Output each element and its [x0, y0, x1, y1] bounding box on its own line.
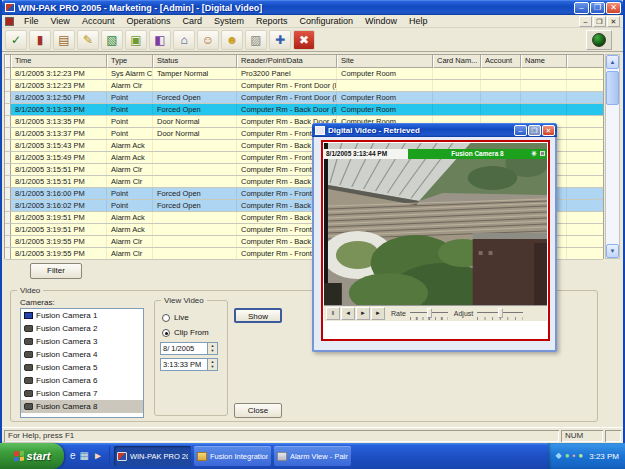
panel-icon[interactable]: ▮: [29, 30, 51, 50]
video-frame: 8/1/2005 3:13:44 PM Fusion Camera 8 ✳ ‖◄…: [321, 140, 550, 341]
grid-scrollbar[interactable]: ▲ ▼: [605, 54, 620, 259]
scroll-thumb[interactable]: [606, 71, 619, 105]
col-status[interactable]: Status: [153, 55, 237, 68]
camera-list-item[interactable]: Fusion Camera 7: [21, 387, 143, 400]
rate-label: Rate: [391, 310, 406, 317]
scroll-down-icon[interactable]: ▼: [606, 244, 619, 258]
cardholder-icon[interactable]: ☻: [221, 30, 243, 50]
alarm-view-icon[interactable]: ✓: [5, 30, 27, 50]
media-player-icon[interactable]: ►: [93, 451, 103, 461]
scroll-up-icon[interactable]: ▲: [606, 55, 619, 69]
camera-list-item[interactable]: Fusion Camera 1: [21, 309, 143, 322]
camera-list-item[interactable]: Fusion Camera 6: [21, 374, 143, 387]
table-row[interactable]: 8/1/2005 3:12:23 PM Sys Alarm Clr Tamper…: [5, 68, 603, 80]
col-type[interactable]: Type: [107, 55, 153, 68]
menu-item[interactable]: Reports: [250, 15, 294, 27]
clip-time-spinner[interactable]: 3:13:33 PM ▲▼: [160, 358, 218, 371]
start-button[interactable]: start: [0, 443, 64, 469]
spinner-arrows-icon[interactable]: ▲▼: [207, 359, 217, 370]
floorplan-icon[interactable]: ▧: [101, 30, 123, 50]
minimize-icon[interactable]: –: [514, 125, 527, 136]
table-row[interactable]: 8/1/2005 3:13:33 PM Point Forced Open Co…: [5, 104, 603, 116]
maximize-icon[interactable]: ❐: [590, 2, 605, 14]
camera-list-item[interactable]: Fusion Camera 3: [21, 335, 143, 348]
video-window-titlebar[interactable]: Digital Video - Retrieved – ❐ ✕: [312, 123, 557, 137]
camera-icon: [24, 390, 33, 397]
col-reader[interactable]: Reader/Point/Data: [237, 55, 337, 68]
grid-header: Time Type Status Reader/Point/Data Site …: [5, 55, 603, 68]
col-name[interactable]: Name: [521, 55, 567, 68]
task-icon: [117, 452, 127, 461]
table-row[interactable]: 8/1/2005 3:12:23 PM Alarm Clr Computer R…: [5, 80, 603, 92]
live-radio[interactable]: [162, 314, 170, 322]
digital-video-window: Digital Video - Retrieved – ❐ ✕: [312, 123, 557, 352]
menu-item[interactable]: Configuration: [293, 15, 359, 27]
menu-item[interactable]: Card: [176, 15, 208, 27]
tray-alert-icon[interactable]: ▪: [573, 452, 576, 460]
note-icon[interactable]: ✎: [77, 30, 99, 50]
internet-explorer-icon[interactable]: e: [70, 451, 76, 461]
col-site[interactable]: Site: [337, 55, 433, 68]
tray-network-icon[interactable]: ●: [565, 452, 570, 460]
tracking-icon[interactable]: ✚: [269, 30, 291, 50]
cameras-label: Cameras:: [20, 298, 55, 307]
rate-slider[interactable]: [410, 308, 448, 320]
mdi-minimize-icon[interactable]: –: [579, 16, 592, 27]
mdi-close-icon[interactable]: ✕: [607, 16, 620, 27]
minimize-icon[interactable]: –: [574, 2, 589, 14]
menu-item[interactable]: Operations: [120, 15, 176, 27]
camera-list-item[interactable]: Fusion Camera 2: [21, 322, 143, 335]
camera-icon: [24, 325, 33, 332]
menu-item[interactable]: Window: [359, 15, 403, 27]
filter-button[interactable]: Filter: [30, 263, 82, 279]
camera-list-item[interactable]: Fusion Camera 5: [21, 361, 143, 374]
windows-flag-icon: [14, 450, 24, 461]
adjust-slider[interactable]: [477, 308, 523, 320]
video-overlay-bar: 8/1/2005 3:13:44 PM Fusion Camera 8 ✳: [324, 149, 547, 159]
camera-list-item[interactable]: Fusion Camera 4: [21, 348, 143, 361]
operator-icon[interactable]: ☺: [197, 30, 219, 50]
tray-shield-icon[interactable]: ●: [578, 452, 583, 460]
adjust-label: Adjust: [454, 310, 473, 317]
photo-icon[interactable]: ▨: [245, 30, 267, 50]
table-row[interactable]: 8/1/2005 3:12:50 PM Point Forced Open Co…: [5, 92, 603, 104]
clip-date-spinner[interactable]: 8/ 1/2005 ▲▼: [160, 342, 218, 355]
menu-item[interactable]: File: [18, 15, 45, 27]
clip-from-radio[interactable]: [162, 329, 170, 337]
video-icon[interactable]: ◧: [149, 30, 171, 50]
show-desktop-icon[interactable]: ▦: [80, 451, 89, 461]
prev-frame-button[interactable]: ◄: [341, 307, 355, 320]
camera-list-item[interactable]: Fusion Camera 8: [21, 400, 143, 413]
video-camera-label: Fusion Camera 8 ✳: [408, 149, 547, 159]
close-button[interactable]: Close: [234, 403, 282, 418]
task-button[interactable]: Alarm View - Paint: [274, 446, 351, 466]
next-frame-button[interactable]: ►: [356, 307, 370, 320]
menu-item[interactable]: Help: [403, 15, 434, 27]
task-button[interactable]: Fusion Integration: [194, 446, 271, 466]
exit-icon[interactable]: ✖: [293, 30, 315, 50]
menu-item[interactable]: View: [45, 15, 76, 27]
close-icon[interactable]: ✕: [606, 2, 621, 14]
tray-audio-icon[interactable]: ◆: [556, 452, 562, 460]
task-button[interactable]: WIN-PAK PRO 2005 -...: [114, 446, 191, 466]
video-controls: ‖◄►► Rate Adjust: [324, 305, 547, 321]
card-icon[interactable]: ▣: [125, 30, 147, 50]
spinner-arrows-icon[interactable]: ▲▼: [207, 343, 217, 354]
show-button[interactable]: Show: [234, 308, 282, 323]
pause-button[interactable]: ‖: [326, 307, 340, 320]
play-button[interactable]: ►: [371, 307, 385, 320]
camera-icon: [24, 338, 33, 345]
close-icon[interactable]: ✕: [542, 125, 555, 136]
camera-icon: [24, 312, 33, 319]
maximize-icon[interactable]: ❐: [528, 125, 541, 136]
find-user-icon[interactable]: ⌂: [173, 30, 195, 50]
badge-icon[interactable]: ▤: [53, 30, 75, 50]
system-status-button[interactable]: [586, 30, 612, 50]
mdi-restore-icon[interactable]: ❐: [593, 16, 606, 27]
col-account[interactable]: Account: [481, 55, 521, 68]
menu-item[interactable]: System: [208, 15, 250, 27]
col-cardname[interactable]: Card Nam...: [433, 55, 481, 68]
col-time[interactable]: Time: [11, 55, 107, 68]
menu-item[interactable]: Account: [76, 15, 121, 27]
taskbar: start e▦► WIN-PAK PRO 2005 -... Fusion I…: [0, 443, 625, 469]
